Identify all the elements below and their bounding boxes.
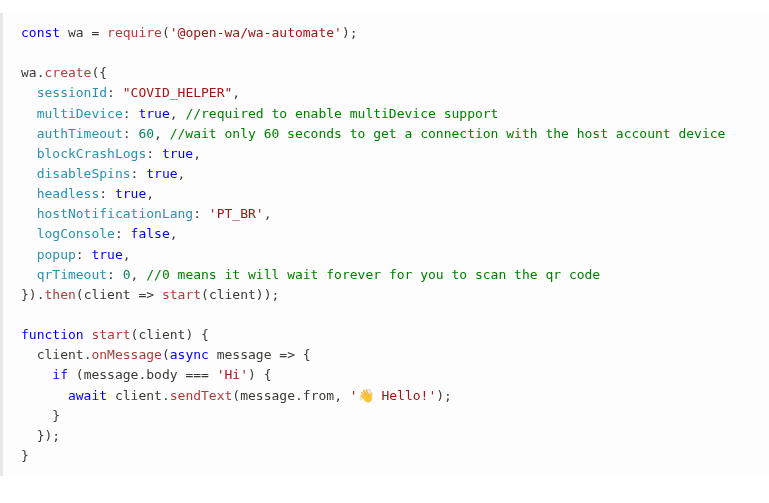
op: ({ [91,65,107,80]
fn-require: require [107,25,162,40]
key-blockCrashLogs: blockCrashLogs [37,146,147,161]
op: : [115,226,123,241]
cmt-authTimeout: //wait only 60 seconds to get a connecti… [170,126,726,141]
key-sessionId: sessionId [37,85,107,100]
val-disableSpins: true [146,166,177,181]
op: : [99,186,107,201]
val-multiDevice: true [138,106,169,121]
op: }). [21,287,44,302]
fn-start: start [162,287,201,302]
val-popup: true [91,247,122,262]
op: ( [76,367,84,382]
op: ( [232,388,240,403]
op: , [154,126,162,141]
key-logConsole: logConsole [37,226,115,241]
op: : [107,85,115,100]
op: , [146,186,154,201]
op: . [162,388,170,403]
val-qrTimeout: 0 [123,267,131,282]
op: , [170,226,178,241]
param-client: client [84,287,131,302]
var-client: client [115,388,162,403]
var-message: message [84,367,139,382]
op: => { [279,347,310,362]
op: , [334,388,342,403]
op: ( [162,347,170,362]
op: , [264,206,272,221]
kw-async: async [170,347,209,362]
op: ); [342,25,358,40]
op: , [232,85,240,100]
key-hostNotificationLang: hostNotificationLang [37,206,194,221]
op: : [123,126,131,141]
op: }); [37,428,60,443]
var-client: client [37,347,84,362]
kw-if: if [52,367,68,382]
fn-then: then [44,287,75,302]
cmt-multiDevice: //required to enable multiDevice support [185,106,498,121]
prop-body: body [146,367,177,382]
key-headless: headless [37,186,100,201]
op: , [193,146,201,161]
fn-create: create [44,65,91,80]
op: : [107,267,115,282]
op: ( [201,287,209,302]
op: } [21,448,29,463]
fn-name-start: start [91,327,130,342]
str-hello: '👋 Hello!' [350,388,436,403]
op: ); [436,388,452,403]
kw-function: function [21,327,84,342]
key-qrTimeout: qrTimeout [37,267,107,282]
key-popup: popup [37,247,76,262]
var-message: message [240,388,295,403]
str-pkg: '@open-wa/wa-automate' [170,25,342,40]
fn-sendText: sendText [170,388,233,403]
op-eq: === [185,367,208,382]
op: , [123,247,131,262]
val-authTimeout: 60 [138,126,154,141]
op: , [178,166,186,181]
param-client: client [138,327,185,342]
op: , [170,106,178,121]
val-hostNotificationLang: 'PT_BR' [209,206,264,221]
code-block: const wa = require('@open-wa/wa-automate… [0,13,769,476]
val-logConsole: false [131,226,170,241]
op: ( [76,287,84,302]
prop-from: from [303,388,334,403]
cmt-qrTimeout: //0 means it will wait forever for you t… [146,267,600,282]
var-wa: wa [21,65,37,80]
op: : [146,146,154,161]
op: = [91,25,99,40]
key-authTimeout: authTimeout [37,126,123,141]
op: , [131,267,139,282]
op: )); [256,287,279,302]
fn-onMessage: onMessage [91,347,161,362]
key-disableSpins: disableSpins [37,166,131,181]
val-sessionId: "COVID_HELPER" [123,85,233,100]
op: ) { [185,327,208,342]
param-message: message [217,347,272,362]
op: : [131,166,139,181]
op: } [52,408,60,423]
kw-await: await [68,388,107,403]
op: => [138,287,154,302]
op: ) { [248,367,271,382]
kw-const: const [21,25,60,40]
var-wa: wa [68,25,84,40]
key-multiDevice: multiDevice [37,106,123,121]
op: . [295,388,303,403]
op: : [193,206,201,221]
str-hi: 'Hi' [217,367,248,382]
val-blockCrashLogs: true [162,146,193,161]
op: : [76,247,84,262]
arg-client: client [209,287,256,302]
op: ( [162,25,170,40]
val-headless: true [115,186,146,201]
op: : [123,106,131,121]
